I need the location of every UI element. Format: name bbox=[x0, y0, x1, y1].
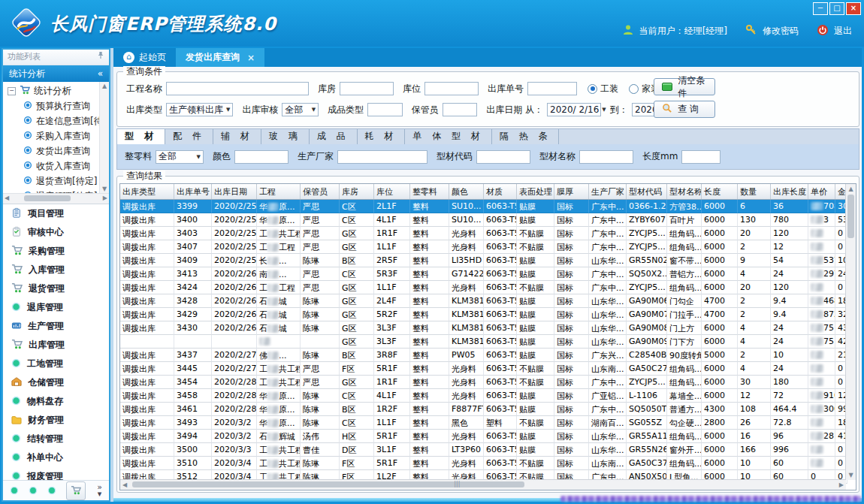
sidebar-item-0[interactable]: 项目管理 bbox=[3, 204, 109, 223]
close-button[interactable]: × bbox=[846, 2, 861, 15]
order-no-input[interactable] bbox=[527, 82, 577, 95]
column-header-4[interactable]: 保管员 bbox=[301, 184, 340, 199]
audit-select[interactable]: 全部▼ bbox=[282, 103, 319, 116]
tab-1[interactable]: 发货出库查询× bbox=[176, 48, 264, 67]
sidebar-item-13[interactable]: 补单中心 bbox=[3, 448, 109, 467]
column-header-13[interactable]: 型材代码 bbox=[627, 184, 667, 199]
column-header-2[interactable]: 出库日期 bbox=[212, 184, 257, 199]
table-row[interactable]: G区3L3F整料KLM38176063-T5贴膜国标山东华...GA90M09.… bbox=[120, 335, 856, 349]
tree-vertical-scrollbar[interactable]: ▲▼ bbox=[99, 82, 109, 193]
color-input[interactable] bbox=[234, 150, 289, 164]
material-tab-6[interactable]: 单 体 型 材 bbox=[405, 129, 491, 144]
table-row[interactable]: 调拨出库35002020/3/3工共工程曹佳D区3L1F整料LT3P606063… bbox=[120, 443, 856, 457]
table-row[interactable]: 调拨出库34542020/2/28工共工程严思G区1R1F整料光身料6063-T… bbox=[120, 376, 856, 389]
keeper-input[interactable] bbox=[443, 103, 478, 116]
search-button[interactable]: 查 询 bbox=[654, 101, 715, 118]
tree-horizontal-scrollbar[interactable]: ◀ ▶ bbox=[3, 193, 109, 204]
sidebar-item-4[interactable]: 退货管理 bbox=[3, 279, 109, 298]
column-header-9[interactable]: 材质 bbox=[484, 184, 517, 199]
table-row[interactable]: 调拨出库34612020/2/28华原...陈琳B区1R2F整料F8877FT6… bbox=[120, 403, 856, 416]
out-type-select[interactable]: 生产领料出库▼ bbox=[166, 103, 233, 116]
material-tab-0[interactable]: 型 材 bbox=[117, 129, 165, 144]
sidebar-item-12[interactable]: 结转管理 bbox=[3, 430, 109, 448]
tree-expander-icon[interactable]: − bbox=[8, 87, 16, 95]
tree-item-1[interactable]: 在途信息查询[待 bbox=[3, 113, 99, 128]
tree-root-statistics[interactable]: − 统计分析 bbox=[3, 83, 99, 98]
table-row[interactable]: 调拨出库34302020/2/26石城陈琳G区3L3F整料KLM38176063… bbox=[120, 321, 856, 335]
table-row[interactable]: 调拨出库34452020/2/27工共工程严思F区5R1F整料光身料6063-T… bbox=[120, 362, 856, 376]
product-type-input[interactable] bbox=[367, 103, 403, 116]
column-header-17[interactable]: 出库长度 bbox=[771, 184, 808, 199]
table-row[interactable]: 调拨出库33992020/2/25华原...严思C区2L1F整料SU10...6… bbox=[120, 200, 856, 213]
column-header-7[interactable]: 整零料 bbox=[410, 184, 449, 199]
column-header-6[interactable]: 库位 bbox=[374, 184, 410, 199]
column-header-0[interactable]: 出库类型 bbox=[120, 184, 174, 199]
dot-icon[interactable] bbox=[29, 484, 38, 498]
table-row[interactable]: 调拨出库34092020/2/25长...陈琳B区2R5F整料LI35HD606… bbox=[120, 254, 856, 267]
collapse-icon[interactable]: « bbox=[98, 65, 103, 82]
logout-link[interactable]: 退出 bbox=[834, 25, 852, 38]
scroll-left-icon[interactable]: ◀ bbox=[122, 481, 127, 488]
column-header-16[interactable]: 数量 bbox=[738, 184, 771, 199]
sidebar-item-6[interactable]: 生产管理 bbox=[3, 317, 109, 336]
profile-code-input[interactable] bbox=[476, 150, 530, 164]
table-vertical-scrollbar[interactable]: ▲ ▼ bbox=[845, 184, 856, 480]
material-tab-2[interactable]: 辅 材 bbox=[213, 129, 261, 144]
material-tab-5[interactable]: 耗 材 bbox=[358, 129, 406, 144]
section-header-statistics[interactable]: 统计分析 « bbox=[3, 65, 109, 82]
tab-close-icon[interactable]: × bbox=[247, 53, 255, 63]
warehouse-input[interactable] bbox=[340, 82, 394, 95]
sidebar-item-9[interactable]: 仓储管理 bbox=[3, 373, 109, 392]
table-row[interactable]: 调拨出库34242020/2/26工工程严思G区1L1F整料光身料6063-T5… bbox=[120, 281, 856, 294]
manufacturer-input[interactable] bbox=[337, 150, 427, 164]
tree-item-3[interactable]: 发货出库查询 bbox=[3, 143, 99, 158]
maximize-button[interactable]: □ bbox=[829, 2, 844, 15]
sidebar-item-8[interactable]: 工地管理 bbox=[3, 355, 109, 373]
more-chevron[interactable]: »▾ bbox=[97, 484, 102, 497]
minimize-button[interactable]: − bbox=[813, 2, 828, 15]
material-tab-3[interactable]: 玻 璃 bbox=[261, 129, 310, 144]
change-password-link[interactable]: 修改密码 bbox=[763, 25, 799, 38]
table-row[interactable]: 调拨出库35102020/3/4工共工程陈琳F区5R1F整料光身料6063-T5… bbox=[120, 457, 856, 470]
tree-item-0[interactable]: 预算执行查询 bbox=[3, 98, 99, 113]
material-tab-7[interactable]: 隔 热 条 bbox=[492, 129, 560, 144]
tree-item-2[interactable]: 采购入库查询 bbox=[3, 128, 99, 143]
column-header-5[interactable]: 库房 bbox=[340, 184, 374, 199]
table-row[interactable]: 调拨出库34932020/3/2华原...陈琳C区1L1F整料黑色塑料不贴膜国标… bbox=[120, 416, 856, 430]
date-from-select[interactable]: 2020/ 2/16▼ bbox=[547, 103, 601, 116]
column-header-11[interactable]: 膜厚 bbox=[554, 184, 589, 199]
table-row[interactable]: 调拨出库34372020/2/27佛...陈琳B区3R8F整料PW056063-… bbox=[120, 349, 856, 362]
table-row[interactable]: 调拨出库34292020/2/26石城陈琳G区5R2F整料KLM38176063… bbox=[120, 308, 856, 321]
table-row[interactable]: 调拨出库34582020/2/28华原...陈琳C区4L1F整料光身料6063-… bbox=[120, 389, 856, 403]
dot-icon[interactable] bbox=[10, 484, 19, 498]
project-name-input[interactable] bbox=[166, 82, 309, 95]
sidebar-item-10[interactable]: 物料盘存 bbox=[3, 392, 109, 411]
column-header-1[interactable]: 出库单号 bbox=[174, 184, 212, 199]
sidebar-item-14[interactable]: 报废管理 bbox=[3, 467, 109, 480]
table-row[interactable]: 调拨出库34072020/2/25工工程严思G区1L1F整料光身料6063-T5… bbox=[120, 240, 856, 254]
table-row[interactable]: 调拨出库34132020/2/26南...严思C区5R3F整料G71422606… bbox=[120, 267, 856, 281]
sidebar-item-1[interactable]: 审核中心 bbox=[3, 223, 109, 242]
pin-icon[interactable] bbox=[97, 50, 104, 65]
profile-name-input[interactable] bbox=[579, 150, 633, 164]
sidebar-item-7[interactable]: 出库管理 bbox=[3, 336, 109, 355]
radio-gongzhuang[interactable]: 工装 bbox=[588, 83, 618, 95]
column-header-3[interactable]: 工程 bbox=[257, 184, 301, 199]
scroll-left-icon[interactable]: ◀ bbox=[5, 195, 9, 201]
material-tab-4[interactable]: 成 品 bbox=[310, 129, 358, 144]
scroll-up-icon[interactable]: ▲ bbox=[846, 186, 856, 192]
column-header-10[interactable]: 表面处理 bbox=[517, 184, 554, 199]
table-horizontal-scrollbar[interactable]: ◀ ||| ▶ bbox=[120, 479, 846, 490]
column-header-12[interactable]: 生产厂家 bbox=[589, 184, 627, 199]
table-row[interactable]: 调拨出库34032020/2/25工共工程严思G区1R1F整料光身料6063-T… bbox=[120, 227, 856, 240]
material-tab-1[interactable]: 配 件 bbox=[165, 129, 213, 144]
cart-button[interactable] bbox=[66, 481, 86, 500]
column-header-14[interactable]: 型材名称 bbox=[667, 184, 702, 199]
table-row[interactable]: 调拨出库34002020/2/25华原...严思C区4L1F整料SU10...6… bbox=[120, 213, 856, 227]
scroll-down-icon[interactable]: ▼ bbox=[846, 472, 856, 478]
scroll-right-icon[interactable]: ▶ bbox=[839, 481, 844, 488]
sidebar-item-2[interactable]: 采购管理 bbox=[3, 242, 109, 261]
table-row[interactable]: 调拨出库34942020/3/2石辉城汤伟H区5R1F整料光身料6063-T5贴… bbox=[120, 430, 856, 443]
column-header-18[interactable]: 单价 bbox=[808, 184, 835, 199]
sidebar-item-11[interactable]: 财务管理 bbox=[3, 411, 109, 430]
